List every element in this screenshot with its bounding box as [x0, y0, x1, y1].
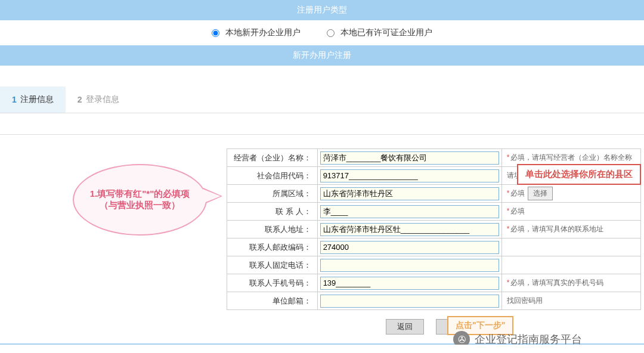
annotation-red-text: 单击此处选择你所在的县区	[525, 169, 633, 179]
annotation-callout-red: 单击此处选择你所在的县区	[517, 164, 641, 185]
radio-new-user-text: 本地新开办企业用户	[225, 27, 301, 37]
tab-login-info[interactable]: 2 登录信息	[66, 86, 131, 113]
back-button[interactable]: 返回	[386, 319, 424, 335]
input-company-name[interactable]	[320, 151, 499, 165]
wechat-text: 企业登记指南服务平台	[475, 332, 582, 345]
header-title-bar: 注册用户类型	[0, 0, 644, 20]
region-select-button[interactable]: 选择	[528, 187, 553, 200]
label-mobile: 联系人手机号码：	[227, 274, 318, 292]
hint-landline	[501, 256, 640, 274]
label-email: 单位邮箱：	[227, 292, 318, 310]
hint-zipcode	[501, 239, 640, 256]
input-contact[interactable]	[320, 205, 499, 218]
annotation-bubble-pink: 1.填写带有红"*"的必填项（与营业执照一致）	[73, 164, 207, 236]
hint-mobile: *必填，请填写真实的手机号码	[501, 274, 640, 292]
input-address[interactable]	[320, 223, 499, 236]
label-contact: 联 系 人：	[227, 203, 318, 221]
radio-new-user-label[interactable]: 本地新开办企业用户	[212, 27, 303, 37]
input-zipcode[interactable]	[320, 241, 499, 254]
input-email[interactable]	[320, 295, 499, 308]
tab-register-info[interactable]: 1 注册信息	[0, 86, 66, 113]
input-landline[interactable]	[320, 259, 499, 272]
label-credit-code: 社会信用代码：	[227, 167, 318, 185]
sub-header-bar: 新开办用户注册	[0, 45, 644, 66]
label-address: 联系人地址：	[227, 221, 318, 239]
step-tabs: 1 注册信息 2 登录信息	[0, 86, 644, 113]
tab-1-label: 注册信息	[20, 94, 54, 105]
label-zipcode: 联系人邮政编码：	[227, 239, 318, 256]
radio-new-user[interactable]	[212, 29, 219, 37]
user-type-radios: 本地新开办企业用户 本地已有许可证企业用户	[0, 20, 644, 45]
annotation-orange-text: 点击"下一步"	[456, 320, 505, 330]
hint-email: 找回密码用	[501, 292, 640, 310]
wechat-footer: ✇ 企业登记指南服务平台	[453, 331, 582, 345]
label-landline: 联系人固定电话：	[227, 256, 318, 274]
hint-region: *必填选择	[501, 185, 640, 203]
tab-2-label: 登录信息	[86, 94, 119, 105]
hint-address: *必填，请填写具体的联系地址	[501, 221, 640, 239]
radio-existing-user-text: 本地已有许可证企业用户	[340, 27, 432, 37]
input-mobile[interactable]	[320, 277, 499, 290]
wechat-icon: ✇	[453, 331, 470, 345]
input-credit-code[interactable]	[320, 169, 499, 182]
input-region[interactable]	[320, 187, 499, 200]
tab-1-num: 1	[12, 95, 17, 104]
sub-header-title: 新开办用户注册	[293, 50, 351, 60]
header-title: 注册用户类型	[297, 5, 347, 14]
radio-existing-user[interactable]	[327, 29, 335, 37]
label-region: 所属区域：	[227, 185, 318, 203]
hint-contact: *必填	[501, 203, 640, 221]
annotation-pink-text: 1.填写带有红"*"的必填项（与营业执照一致）	[83, 188, 197, 211]
label-company-name: 经营者（企业）名称：	[227, 149, 318, 167]
tab-2-num: 2	[78, 95, 82, 104]
radio-existing-user-label[interactable]: 本地已有许可证企业用户	[327, 27, 432, 37]
